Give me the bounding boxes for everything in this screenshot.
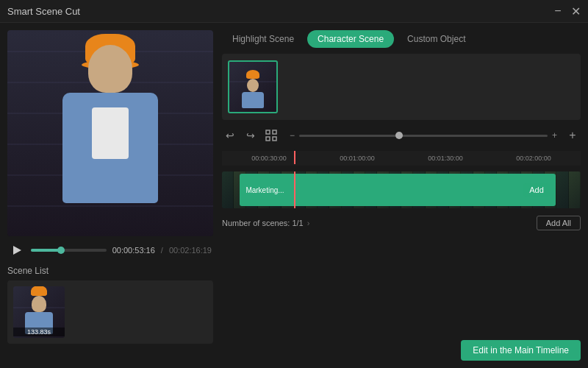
- segment-add-button[interactable]: Add: [523, 183, 550, 197]
- person-figure: [51, 45, 169, 222]
- timeline-ruler[interactable]: 00:00:30:00 00:01:00:00 00:01:30:00 00:0…: [222, 151, 581, 166]
- zoom-slider[interactable]: [299, 135, 548, 137]
- ruler-marks: 00:00:30:00 00:01:00:00 00:01:30:00 00:0…: [225, 155, 578, 162]
- timeline-info: Number of scenes: 1/1 › Add All: [222, 214, 581, 232]
- total-time: 00:02:16:19: [169, 246, 212, 255]
- tab-character[interactable]: Character Scene: [307, 30, 394, 48]
- svg-rect-2: [273, 130, 276, 134]
- tabs-container: Highlight Scene Character Scene Custom O…: [222, 30, 581, 48]
- title-bar: Smart Scene Cut − ✕: [0, 0, 588, 23]
- scenes-count-value: 1/1: [292, 219, 303, 227]
- right-panel: Highlight Scene Character Scene Custom O…: [222, 30, 581, 361]
- add-zoom-button[interactable]: +: [564, 127, 581, 144]
- scenes-count: Number of scenes: 1/1 ›: [222, 219, 309, 227]
- svg-rect-3: [266, 137, 270, 141]
- add-all-button[interactable]: Add All: [537, 216, 581, 230]
- scene-list-section: Scene List 133.83s: [7, 266, 213, 344]
- timeline-strip-container: Marketing... Add: [222, 171, 581, 208]
- scene-preview-item[interactable]: [228, 60, 278, 113]
- svg-marker-0: [13, 246, 21, 255]
- undo-button[interactable]: ↩: [222, 127, 238, 144]
- scenes-count-label: Number of scenes:: [222, 219, 290, 227]
- scene-list-container: 133.83s: [7, 280, 213, 344]
- scene-list-label: Scene List: [7, 266, 213, 276]
- left-panel: 00:00:53:16 / 00:02:16:19 Scene List: [7, 30, 213, 361]
- zoom-out-icon: −: [290, 130, 295, 141]
- fullscreen-button[interactable]: [263, 127, 279, 144]
- time-divider: /: [161, 246, 163, 255]
- app-title: Smart Scene Cut: [7, 6, 80, 17]
- mini-figure: [242, 70, 264, 108]
- scene-preview-area: [222, 54, 581, 120]
- progress-fill: [31, 249, 61, 252]
- body: [62, 93, 158, 203]
- film-frame: [556, 171, 568, 208]
- film-frame: [222, 171, 234, 208]
- video-frame: [7, 30, 213, 236]
- ruler-label-1: 00:01:00:00: [313, 155, 401, 162]
- zoom-in-icon: +: [552, 130, 557, 141]
- strip-playhead: [294, 171, 295, 208]
- scene-item[interactable]: 133.83s: [13, 286, 65, 338]
- head: [88, 45, 132, 93]
- playhead[interactable]: [294, 151, 295, 164]
- video-preview: [7, 30, 213, 236]
- progress-bar[interactable]: [31, 249, 107, 252]
- film-frame: [569, 171, 581, 208]
- ruler-label-2: 00:01:30:00: [401, 155, 490, 162]
- close-button[interactable]: ✕: [570, 6, 581, 16]
- window-controls: − ✕: [553, 6, 581, 16]
- progress-thumb: [57, 247, 65, 254]
- svg-rect-4: [273, 137, 276, 141]
- mini-hat: [31, 286, 47, 296]
- current-time: 00:00:53:16: [112, 246, 155, 255]
- edit-main-timeline-button[interactable]: Edit in the Main Timeline: [461, 340, 581, 361]
- main-content: 00:00:53:16 / 00:02:16:19 Scene List: [0, 23, 588, 368]
- minimize-button[interactable]: −: [553, 6, 563, 16]
- scenes-count-arrow: ›: [307, 219, 310, 227]
- ruler-label-0: 00:00:30:00: [225, 155, 313, 162]
- redo-button[interactable]: ↪: [243, 127, 259, 144]
- svg-rect-1: [266, 130, 270, 134]
- tab-highlight[interactable]: Highlight Scene: [222, 30, 304, 48]
- ruler-label-3: 00:02:00:00: [490, 155, 578, 162]
- edit-button-container: Edit in the Main Timeline: [222, 340, 581, 361]
- timeline-controls: ↩ ↪ − + +: [222, 126, 581, 145]
- scene-duration: 133.83s: [13, 328, 65, 336]
- mini-head: [32, 296, 46, 312]
- segment-label: Marketing...: [245, 186, 284, 194]
- play-button[interactable]: [9, 242, 25, 258]
- zoom-controls: − +: [290, 130, 557, 141]
- shirt: [92, 107, 129, 159]
- timeline-segment: Marketing... Add: [240, 174, 555, 206]
- playback-controls: 00:00:53:16 / 00:02:16:19: [7, 242, 213, 258]
- tab-custom[interactable]: Custom Object: [397, 30, 476, 48]
- timeline-strip[interactable]: Marketing... Add: [222, 171, 581, 208]
